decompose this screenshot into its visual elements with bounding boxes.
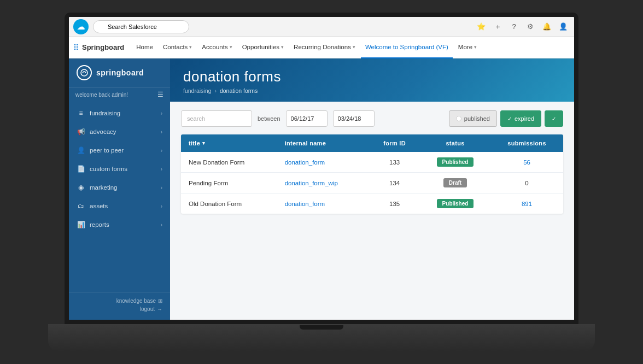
custom-forms-icon: 📄 — [77, 165, 85, 173]
sidebar-item-fundraising[interactable]: ≡ fundraising › — [69, 104, 170, 122]
row1-submissions[interactable]: 56 — [490, 152, 563, 173]
nav-item-welcome[interactable]: Welcome to Springboard (VF) — [361, 37, 453, 58]
table-row: Old Donation Form donation_form 135 Publ… — [181, 193, 563, 214]
row3-internal-name[interactable]: donation_form — [277, 193, 370, 214]
sort-arrow-icon: ▾ — [202, 140, 205, 146]
sidebar: springboard welcome back admin! ☰ ≡ fund… — [69, 58, 170, 320]
row1-form-id: 133 — [369, 152, 420, 173]
fundraising-icon: ≡ — [77, 109, 85, 117]
table-header-row: title ▾ internal name form ID — [181, 134, 563, 152]
nav-item-home[interactable]: Home — [132, 37, 157, 58]
sidebar-logo: springboard — [69, 58, 170, 87]
sidebar-item-assets[interactable]: 🗂 assets › — [69, 197, 170, 215]
filter-buttons: published ✓ expired ✓ — [449, 110, 563, 127]
assets-arrow: › — [161, 203, 162, 209]
notification-icon[interactable]: 🔔 — [540, 20, 553, 33]
content-panel: donation forms fundraising › donation fo… — [170, 58, 574, 320]
row3-submissions[interactable]: 891 — [490, 193, 563, 214]
date-to-input[interactable] — [333, 110, 375, 127]
sf-logo: ☁ — [73, 19, 89, 34]
sidebar-menu-icon[interactable]: ☰ — [157, 91, 163, 98]
row2-internal-link[interactable]: donation_form_wip — [285, 180, 338, 186]
laptop-notch — [300, 325, 343, 330]
accounts-chevron: ▾ — [230, 44, 232, 50]
sidebar-item-label-custom-forms: custom forms — [90, 166, 127, 172]
sf-search-input[interactable] — [93, 20, 189, 33]
filter-extra-btn[interactable]: ✓ — [545, 110, 563, 127]
advocacy-arrow: › — [161, 129, 162, 135]
avatar[interactable]: 👤 — [557, 20, 570, 33]
row2-internal-name[interactable]: donation_form_wip — [277, 173, 370, 193]
col-submissions: submissions — [490, 134, 563, 152]
row3-submissions-link[interactable]: 891 — [522, 201, 532, 207]
sidebar-item-custom-forms[interactable]: 📄 custom forms › — [69, 160, 170, 178]
knowledge-base-link[interactable]: knowledge base ⊞ — [77, 298, 162, 304]
nav-item-accounts[interactable]: Accounts ▾ — [197, 37, 236, 58]
grid-icon: ⠿ — [73, 43, 79, 52]
more-chevron: ▾ — [474, 44, 477, 50]
row1-title: New Donation Form — [181, 152, 277, 173]
peer-icon: 👤 — [77, 146, 85, 154]
sidebar-item-advocacy[interactable]: 📢 advocacy › — [69, 122, 170, 141]
expired-check-icon: ✓ — [507, 116, 512, 122]
row2-status: Draft — [420, 173, 490, 193]
row2-form-id: 134 — [369, 173, 420, 193]
sidebar-item-marketing[interactable]: ◉ marketing › — [69, 178, 170, 197]
status-badge-row3: Published — [437, 199, 474, 208]
settings-icon[interactable]: ⚙ — [524, 20, 537, 33]
recurring-chevron: ▾ — [353, 44, 355, 50]
data-table: title ▾ internal name form ID — [181, 134, 563, 214]
col-status: status — [420, 134, 490, 152]
marketing-arrow: › — [161, 185, 162, 191]
published-dot — [456, 116, 461, 121]
marketing-icon: ◉ — [77, 184, 85, 191]
sidebar-item-reports[interactable]: 📊 reports › — [69, 215, 170, 234]
laptop-base — [48, 324, 595, 351]
filter-bar: between published ✓ expired — [181, 110, 563, 127]
sf-search-wrap: 🔍 — [93, 20, 257, 33]
row1-internal-name[interactable]: donation_form — [277, 152, 370, 173]
row1-submissions-link[interactable]: 56 — [523, 159, 530, 166]
date-from-input[interactable] — [286, 110, 328, 127]
app-navbar: ⠿ Springboard Home Contacts ▾ Accounts ▾… — [69, 37, 574, 58]
add-icon[interactable]: ＋ — [491, 20, 504, 33]
nav-item-more[interactable]: More ▾ — [454, 37, 481, 58]
col-title[interactable]: title ▾ — [181, 134, 277, 152]
sf-cloud-icon: ☁ — [77, 22, 85, 31]
opportunities-chevron: ▾ — [281, 44, 284, 50]
nav-item-recurring[interactable]: Recurring Donations ▾ — [289, 37, 360, 58]
breadcrumb: fundraising › donation forms — [183, 87, 561, 94]
extra-check-icon: ✓ — [552, 116, 556, 122]
table-row: Pending Form donation_form_wip 134 Draft… — [181, 173, 563, 193]
main-area: springboard welcome back admin! ☰ ≡ fund… — [69, 58, 574, 320]
sidebar-item-label-marketing: marketing — [90, 184, 118, 191]
reports-icon: 📊 — [77, 221, 85, 228]
logout-link[interactable]: logout → — [77, 306, 162, 312]
sidebar-item-peer-to-peer[interactable]: 👤 peer to peer › — [69, 141, 170, 160]
col-form-id: form ID — [369, 134, 420, 152]
sidebar-item-label-assets: assets — [90, 203, 108, 209]
sidebar-footer: knowledge base ⊞ logout → — [69, 292, 170, 320]
assets-icon: 🗂 — [77, 202, 85, 210]
peer-arrow: › — [161, 148, 162, 154]
sf-topbar: ☁ 🔍 ⭐ ＋ ? ⚙ 🔔 👤 — [69, 17, 574, 37]
sidebar-welcome: welcome back admin! — [75, 92, 128, 98]
nav-item-contacts[interactable]: Contacts ▾ — [159, 37, 196, 58]
search-input[interactable] — [181, 110, 252, 127]
row3-form-id: 135 — [369, 193, 420, 214]
custom-forms-arrow: › — [161, 166, 162, 172]
sidebar-item-label-advocacy: advocacy — [90, 128, 116, 135]
star-icon[interactable]: ⭐ — [475, 20, 488, 33]
nav-item-opportunities[interactable]: Opportunities ▾ — [238, 37, 288, 58]
filter-published-btn[interactable]: published — [449, 110, 497, 127]
help-icon[interactable]: ? — [507, 20, 521, 33]
contacts-chevron: ▾ — [189, 44, 192, 50]
filter-expired-btn[interactable]: ✓ expired — [500, 110, 541, 127]
row1-status: Published — [420, 152, 490, 173]
row3-internal-link[interactable]: donation_form — [285, 201, 325, 207]
springboard-logo-icon — [77, 65, 92, 80]
fundraising-arrow: › — [161, 110, 162, 116]
breadcrumb-parent[interactable]: fundraising — [183, 87, 211, 94]
row1-internal-link[interactable]: donation_form — [285, 159, 325, 166]
row3-title: Old Donation Form — [181, 193, 277, 214]
